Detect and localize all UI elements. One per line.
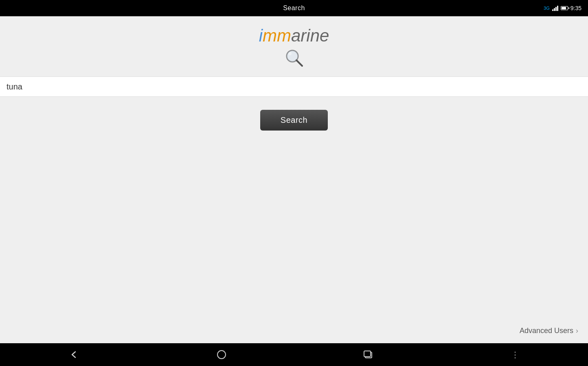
search-input-container (0, 76, 588, 97)
logo-i: i (259, 26, 263, 45)
signal-bar-4 (557, 6, 558, 11)
nav-back-button[interactable] (69, 349, 79, 360)
magnifier-icon (283, 47, 305, 68)
nav-home-button[interactable] (217, 350, 226, 359)
app-logo: immarine (259, 26, 329, 68)
nav-bar: ⋮ (0, 343, 588, 366)
nav-recent-button[interactable] (364, 350, 373, 359)
screen-title: Search (283, 4, 305, 12)
signal-bar-2 (554, 8, 555, 11)
search-button[interactable]: Search (260, 110, 328, 131)
signal-bars-icon (552, 5, 558, 11)
battery-fill (562, 7, 566, 9)
signal-bar-3 (555, 7, 557, 11)
advanced-users-label: Advanced Users (520, 327, 573, 335)
advanced-users-link[interactable]: Advanced Users › (520, 327, 578, 335)
status-bar: Search 3G 9:35 (0, 0, 588, 16)
svg-point-3 (288, 52, 292, 55)
signal-bar-1 (552, 9, 553, 11)
logo-mm: mm (263, 26, 291, 45)
status-icons: 3G 9:35 (544, 5, 581, 11)
search-input[interactable] (0, 77, 588, 96)
more-dots-icon: ⋮ (511, 350, 519, 359)
home-circle-icon (217, 350, 226, 359)
svg-rect-5 (364, 351, 371, 357)
main-content: immarine Search Advanced Users › (0, 16, 588, 343)
logo-arine: arine (291, 26, 329, 45)
clock: 9:35 (570, 5, 581, 11)
battery-icon (561, 6, 568, 10)
signal-type: 3G (544, 6, 550, 11)
nav-more-button[interactable]: ⋮ (511, 350, 519, 359)
logo-text: immarine (259, 26, 329, 46)
chevron-right-icon: › (576, 327, 578, 335)
svg-line-2 (296, 60, 302, 66)
